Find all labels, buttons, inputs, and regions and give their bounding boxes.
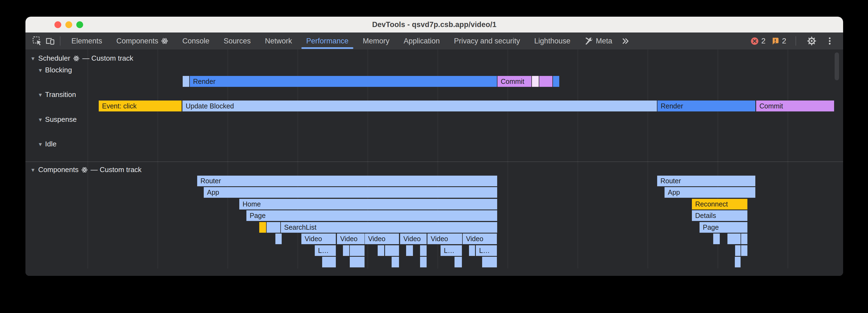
flame-bar-video[interactable]: Video bbox=[301, 234, 336, 244]
tab-application[interactable]: Application bbox=[397, 33, 447, 49]
flame-bar[interactable] bbox=[378, 245, 384, 256]
issues-icon bbox=[771, 37, 779, 45]
collapse-triangle-icon[interactable]: ▼ bbox=[30, 167, 36, 173]
tab-components[interactable]: Components bbox=[110, 33, 175, 49]
tab-lighthouse[interactable]: Lighthouse bbox=[527, 33, 578, 49]
flame-bar-event-click[interactable]: Event: click bbox=[99, 101, 182, 111]
inspect-icon[interactable] bbox=[31, 35, 43, 47]
flame-bar-video[interactable]: Video bbox=[463, 234, 497, 244]
flame-bar[interactable] bbox=[727, 234, 741, 244]
flame-bar[interactable] bbox=[539, 76, 552, 87]
track-suffix: — Custom track bbox=[91, 166, 142, 174]
flame-bar-label: Video bbox=[365, 235, 385, 243]
flame-bar-searchlist[interactable]: SearchList bbox=[281, 222, 497, 233]
tab-elements[interactable]: Elements bbox=[64, 33, 110, 49]
flame-bar[interactable] bbox=[482, 257, 497, 267]
flame-bar[interactable] bbox=[420, 257, 427, 267]
minimize-button[interactable] bbox=[65, 21, 72, 28]
flame-bar-reconnect[interactable]: Reconnect bbox=[692, 199, 747, 209]
tab-meta[interactable]: Meta bbox=[578, 33, 619, 49]
flame-bar-video[interactable]: Video bbox=[400, 234, 427, 244]
collapse-triangle-icon[interactable]: ▼ bbox=[38, 92, 43, 98]
more-tabs-button[interactable] bbox=[619, 35, 632, 47]
track-row-suspense[interactable]: ▼Suspense bbox=[38, 115, 76, 124]
row-label: Transition bbox=[45, 91, 76, 99]
flame-bar[interactable] bbox=[713, 234, 720, 244]
flame-bar-label: Commit bbox=[756, 102, 783, 110]
react-atom-icon bbox=[73, 55, 80, 62]
toolbar-divider bbox=[796, 36, 796, 46]
flame-bar[interactable] bbox=[183, 76, 189, 87]
tab-sources[interactable]: Sources bbox=[217, 33, 258, 49]
flame-bar[interactable] bbox=[735, 257, 741, 267]
flame-bar-label: Render bbox=[657, 102, 683, 110]
collapse-triangle-icon[interactable]: ▼ bbox=[38, 142, 43, 147]
flame-bar-update-blocked[interactable]: Update Blocked bbox=[182, 101, 657, 111]
flame-bar-details[interactable]: Details bbox=[692, 210, 747, 221]
flame-bar-render[interactable]: Render bbox=[190, 76, 497, 87]
flame-bar[interactable] bbox=[553, 76, 559, 87]
flame-bar[interactable] bbox=[350, 245, 365, 256]
flame-bar-l-[interactable]: L… bbox=[315, 245, 336, 256]
flame-bar[interactable] bbox=[741, 245, 747, 256]
flame-bar-commit[interactable]: Commit bbox=[497, 76, 531, 87]
tab-performance[interactable]: Performance bbox=[299, 33, 356, 49]
tab-console[interactable]: Console bbox=[175, 33, 217, 49]
flame-bar-label: SearchList bbox=[281, 223, 316, 231]
flame-bar-label: Render bbox=[190, 77, 216, 85]
flame-bar-app[interactable]: App bbox=[664, 187, 755, 198]
console-errors-badge[interactable]: 2 bbox=[750, 37, 766, 45]
flame-bar-home[interactable]: Home bbox=[239, 199, 497, 209]
flame-bar-video[interactable]: Video bbox=[365, 234, 399, 244]
track-header-scheduler[interactable]: ▼Scheduler — Custom track bbox=[30, 54, 133, 63]
flame-bar-label: Video bbox=[301, 235, 322, 243]
flame-bar[interactable] bbox=[469, 245, 475, 256]
track-row-transition[interactable]: ▼Transition bbox=[38, 91, 76, 99]
flame-bar-page[interactable]: Page bbox=[700, 222, 747, 233]
flame-bar-video[interactable]: Video bbox=[337, 234, 365, 244]
tab-label: Sources bbox=[224, 37, 251, 45]
flame-bar[interactable] bbox=[259, 222, 266, 233]
flame-bar[interactable] bbox=[735, 245, 741, 256]
tab-label: Components bbox=[117, 37, 158, 45]
zoom-button[interactable] bbox=[76, 21, 83, 28]
tab-privacy-and-security[interactable]: Privacy and security bbox=[447, 33, 527, 49]
track-row-blocking[interactable]: ▼Blocking bbox=[38, 66, 72, 74]
track-row-idle[interactable]: ▼Idle bbox=[38, 140, 57, 148]
flame-bar[interactable] bbox=[406, 245, 413, 256]
flame-bar[interactable] bbox=[532, 76, 539, 87]
flame-bar-router[interactable]: Router bbox=[197, 176, 497, 186]
flame-bar[interactable] bbox=[741, 234, 747, 244]
flame-bar-page[interactable]: Page bbox=[246, 210, 497, 221]
collapse-triangle-icon[interactable]: ▼ bbox=[38, 117, 43, 123]
flame-bar-render[interactable]: Render bbox=[657, 101, 755, 111]
console-warnings-badge[interactable]: 2 bbox=[771, 37, 786, 45]
flame-bar[interactable] bbox=[420, 245, 427, 256]
settings-gear-icon[interactable] bbox=[805, 35, 818, 47]
kebab-menu-icon[interactable] bbox=[824, 35, 836, 47]
flame-bar-app[interactable]: App bbox=[204, 187, 497, 198]
flame-bar[interactable] bbox=[267, 222, 280, 233]
flame-bar-video[interactable]: Video bbox=[428, 234, 462, 244]
flame-bar[interactable] bbox=[275, 234, 282, 244]
flame-bar-commit[interactable]: Commit bbox=[756, 101, 834, 111]
desktop: { "window": { "title": "DevTools - qsvd7… bbox=[0, 0, 868, 313]
device-toolbar-icon[interactable] bbox=[43, 35, 56, 47]
flame-bar[interactable] bbox=[385, 245, 399, 256]
collapse-triangle-icon[interactable]: ▼ bbox=[38, 68, 43, 73]
close-button[interactable] bbox=[55, 21, 61, 28]
vertical-scrollbar-thumb[interactable] bbox=[835, 53, 839, 80]
flame-bar[interactable] bbox=[322, 257, 336, 267]
tab-network[interactable]: Network bbox=[258, 33, 299, 49]
flame-bar-router[interactable]: Router bbox=[657, 176, 755, 186]
flame-bar[interactable] bbox=[343, 245, 349, 256]
tab-memory[interactable]: Memory bbox=[355, 33, 397, 49]
flame-bar-l-[interactable]: L… bbox=[440, 245, 462, 256]
track-header-components[interactable]: ▼Components — Custom track bbox=[30, 166, 142, 174]
flame-bar[interactable] bbox=[350, 257, 365, 267]
flame-bar[interactable] bbox=[392, 257, 399, 267]
flame-bar-l-[interactable]: L… bbox=[476, 245, 497, 256]
tab-label: Network bbox=[265, 37, 292, 45]
flame-bar[interactable] bbox=[455, 257, 462, 267]
collapse-triangle-icon[interactable]: ▼ bbox=[30, 56, 36, 61]
